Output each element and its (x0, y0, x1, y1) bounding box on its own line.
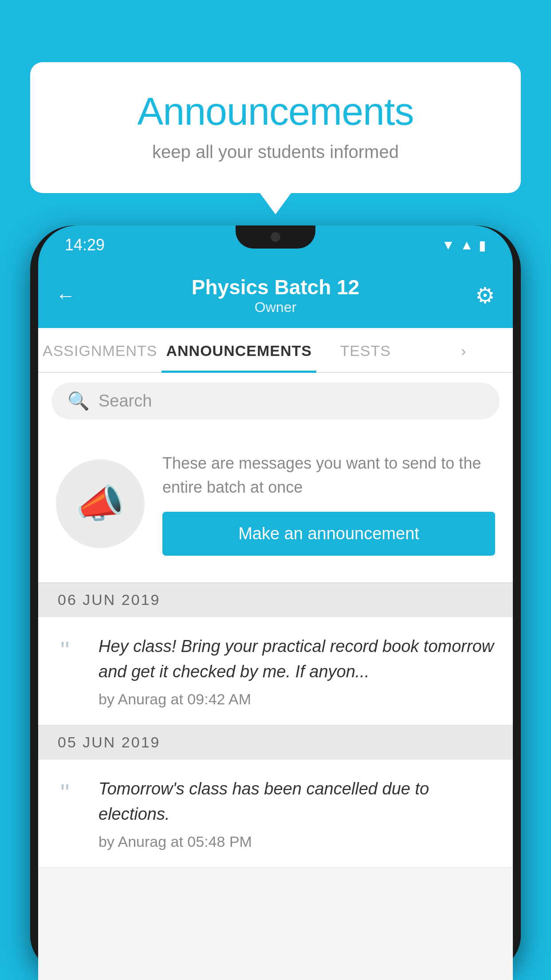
tab-tests[interactable]: TESTS (316, 328, 415, 372)
notch (236, 225, 315, 249)
gear-icon[interactable]: ⚙ (468, 283, 495, 308)
announcement-prompt: 📣 These are messages you want to send to… (38, 429, 513, 583)
header-center: Physics Batch 12 Owner (192, 275, 359, 316)
make-announcement-button[interactable]: Make an announcement (162, 512, 495, 556)
wifi-icon: ▼ (442, 237, 455, 253)
speech-bubble: Announcements keep all your students inf… (30, 62, 521, 193)
search-placeholder: Search (98, 391, 152, 411)
header-subtitle: Owner (192, 299, 359, 316)
status-time: 14:29 (65, 236, 105, 254)
search-input-wrapper[interactable]: 🔍 Search (51, 383, 500, 419)
announcement-text-block-2: Tomorrow's class has been cancelled due … (98, 776, 495, 850)
announcement-item-2[interactable]: " Tomorrow's class has been cancelled du… (38, 759, 513, 868)
announcement-text-block-1: Hey class! Bring your practical record b… (98, 634, 495, 708)
announcement-author-2: by Anurag at 05:48 PM (98, 833, 495, 850)
phone-container: 14:29 ▼ ▲ ▮ ← Physics Batch 12 Owner ⚙ A… (30, 217, 521, 980)
quote-icon-1: " (60, 636, 83, 665)
megaphone-circle: 📣 (56, 459, 145, 548)
speech-bubble-title: Announcements (66, 89, 485, 134)
phone-frame: 14:29 ▼ ▲ ▮ ← Physics Batch 12 Owner ⚙ A… (30, 225, 521, 971)
screen-content: 🔍 Search 📣 These are messages you want t… (38, 373, 513, 980)
search-bar: 🔍 Search (38, 373, 513, 429)
tab-more[interactable]: › (414, 328, 513, 372)
more-label: › (461, 342, 466, 359)
quote-icon-2: " (60, 778, 83, 808)
speech-bubble-container: Announcements keep all your students inf… (30, 62, 521, 193)
announcement-message-1: Hey class! Bring your practical record b… (98, 634, 495, 684)
battery-icon: ▮ (479, 237, 486, 253)
megaphone-icon: 📣 (76, 481, 125, 527)
announcement-description: These are messages you want to send to t… (162, 451, 495, 499)
announcement-item-1[interactable]: " Hey class! Bring your practical record… (38, 617, 513, 725)
announcement-right: These are messages you want to send to t… (162, 451, 495, 556)
tab-assignments[interactable]: ASSIGNMENTS (38, 328, 161, 372)
status-bar: 14:29 ▼ ▲ ▮ (38, 225, 513, 265)
date-separator-1: 06 JUN 2019 (38, 583, 513, 617)
camera-dot (271, 232, 280, 242)
tabs-bar: ASSIGNMENTS ANNOUNCEMENTS TESTS › (38, 328, 513, 373)
announcement-message-2: Tomorrow's class has been cancelled due … (98, 776, 495, 827)
date-separator-2: 05 JUN 2019 (38, 725, 513, 759)
search-icon: 🔍 (67, 391, 90, 411)
signal-icon: ▲ (460, 237, 473, 253)
announcement-author-1: by Anurag at 09:42 AM (98, 691, 495, 708)
status-icons: ▼ ▲ ▮ (442, 237, 486, 253)
back-button[interactable]: ← (56, 285, 83, 307)
header-title: Physics Batch 12 (192, 275, 359, 299)
app-header: ← Physics Batch 12 Owner ⚙ (38, 265, 513, 328)
tab-announcements[interactable]: ANNOUNCEMENTS (161, 328, 316, 372)
speech-bubble-subtitle: keep all your students informed (66, 142, 485, 162)
